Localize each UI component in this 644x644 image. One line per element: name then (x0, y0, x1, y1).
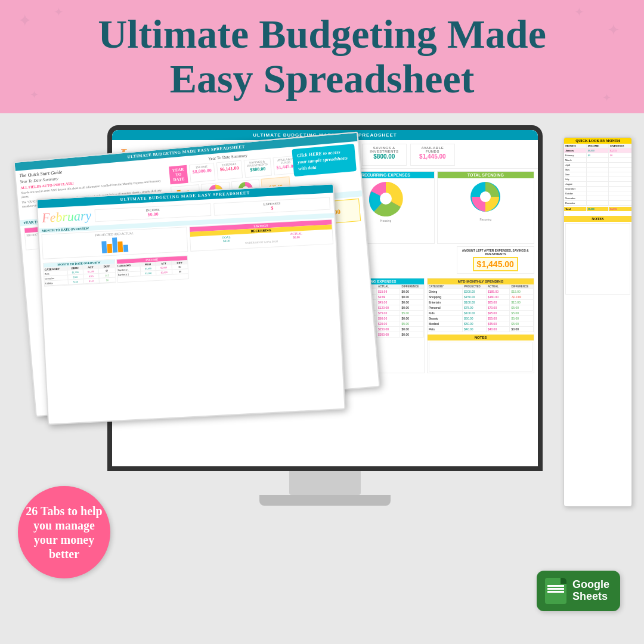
sparkle-icon-5: ✦ (30, 88, 39, 101)
available-funds-value: $1,445.00 (414, 153, 451, 160)
ytd-label-box: YEAR TO DATE (169, 165, 188, 184)
total-spending-section: TOTAL SPENDING Recurring (437, 171, 534, 244)
notes-area (565, 223, 630, 295)
sparkle-icon-4: ✦ (574, 5, 584, 19)
amount-left-display: $1,445.00 (473, 257, 518, 271)
teal-callout[interactable]: Click HERE to access your sample spreads… (292, 144, 357, 177)
expenses-box-back: EXPENSES $6,141.00 (216, 160, 243, 181)
svg-point-11 (480, 191, 491, 202)
sparkle-icon-3: ✦ (607, 21, 620, 39)
notes-header: NOTES (564, 216, 631, 222)
sparkle-icon-2: ✦ (54, 5, 64, 19)
feb-exp-box: EXPENSES $ (213, 197, 330, 215)
page-header: ✦ ✦ ✦ ✦ ✦ ✦ Ultimate Budgeting Made Easy… (0, 0, 644, 113)
sparkle-icon-1: ✦ (18, 11, 32, 30)
income-box-back: INCOME $8,000.00 (189, 163, 215, 183)
mtd-spending-table: MTD MONTHLY SPENDING CATEGORY PROJECTED … (427, 278, 534, 373)
monitor-neck (289, 471, 361, 495)
google-sheets-badge: GoogleSheets (537, 571, 620, 611)
google-sheets-icon (545, 578, 566, 604)
spreadsheet-mid: ULTIMATE BUDGETING MADE EASY SPREADSHEET… (36, 183, 345, 425)
february-label: February (41, 208, 91, 226)
monitor-stand (259, 495, 391, 506)
main-content: ULTIMATE BUDGETING MADE EASY SPREADSHEET… (0, 113, 644, 644)
available-funds-kpi: AVAILABLEFUNDS $1,445.00 (410, 144, 455, 166)
svg-point-9 (380, 193, 392, 205)
badge-circle: 26 Tabs to help you manage your money be… (18, 486, 110, 578)
google-sheets-label: GoogleSheets (572, 579, 609, 603)
savings-value: $800.00 (366, 153, 402, 160)
side-strip: QUICK LOOK BY MONTH MONTH INCOME EXPENSE… (564, 137, 632, 507)
sparkle-icon-6: ✦ (602, 91, 611, 104)
feb-income-box: INCOME $0.00 (95, 203, 212, 222)
page-title: Ultimate Budgeting Made Easy Spreadsheet (98, 12, 546, 101)
savings-kpi: SAVINGS &INVESTMENTS $800.00 (362, 144, 407, 166)
savings-box-back: SAVINGS & INVESTMENTS $800.00 (243, 158, 271, 178)
